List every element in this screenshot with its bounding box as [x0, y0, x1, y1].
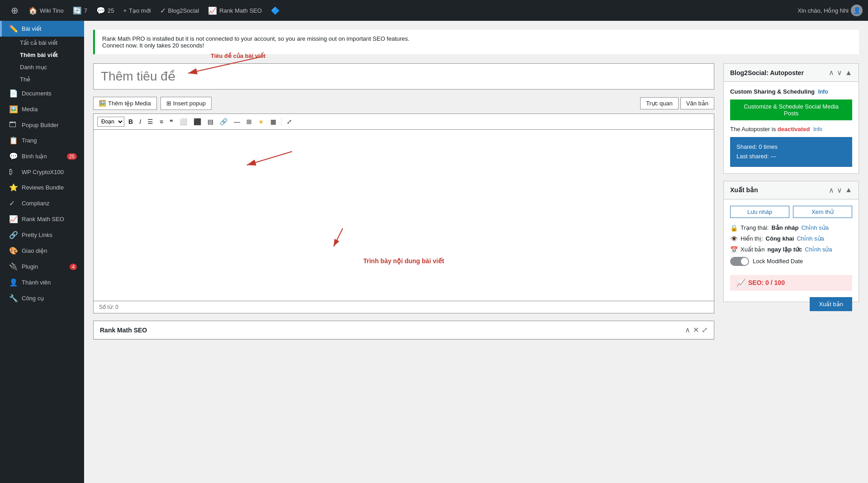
sidebar-item-complianz[interactable]: ✓ Complianz — [0, 195, 84, 211]
editor-toolbar-top: 🖼️ Thêm tệp Media ⊞ Insert popup Trực qu… — [93, 97, 714, 110]
publish-date-row: 📅 Xuất bản ngay lập tức Chỉnh sửa — [730, 246, 852, 253]
customize-schedule-button[interactable]: Customize & Schedule Social Media Posts — [730, 99, 852, 120]
save-draft-button[interactable]: Lưu nháp — [730, 206, 789, 218]
publish-close-button[interactable]: ▲ — [845, 186, 852, 194]
rank-math-panel: Rank Math SEO ∧ ✕ ⤢ — [93, 321, 714, 340]
toggle-switch-button[interactable] — [730, 257, 749, 266]
paragraph-select[interactable]: Đoạn — [97, 117, 124, 127]
publish-panel: Xuất bản ∧ ∨ ▲ Lưu nháp Xem thử 🔒 Trạng … — [723, 181, 859, 302]
content-arrow — [329, 228, 356, 256]
link-button[interactable]: 🔗 — [217, 117, 230, 127]
admin-bar-right: Xin chào, Hồng Nhi 👤 — [797, 5, 863, 16]
new-post-link[interactable]: + Tạo mới — [118, 0, 155, 21]
sidebar-item-cong-cu[interactable]: 🔧 Công cụ — [0, 290, 84, 306]
rank-math-controls: ∧ ✕ ⤢ — [685, 326, 708, 334]
table-button[interactable]: ⊞ — [244, 117, 254, 127]
site-name-link[interactable]: 🏠 Wiki Tino — [24, 0, 68, 21]
media-icon: 🖼️ — [9, 105, 18, 114]
editor-body[interactable]: Trình bày nội dung bài viết — [93, 129, 714, 301]
rankmath-bar-link[interactable]: 📈 Rank Math SEO — [203, 0, 266, 21]
sidebar-item-binh-luan[interactable]: 💬 Bình luận 25 — [0, 148, 84, 164]
ordered-list-button[interactable]: ≡ — [157, 117, 165, 127]
status-edit-link[interactable]: Chỉnh sửa — [801, 224, 828, 231]
align-right-button[interactable]: ▤ — [205, 117, 216, 127]
sidebar-item-giao-dien[interactable]: 🎨 Giao diện — [0, 243, 84, 259]
tools-icon: 🔧 — [9, 294, 18, 303]
sidebar-sub-tag[interactable]: Thẻ — [0, 73, 84, 85]
sidebar-item-popup-builder[interactable]: 🗔 Popup Builder — [0, 117, 84, 133]
custom-sharing-info-link[interactable]: Info — [818, 89, 828, 95]
sidebar-item-trang[interactable]: 📋 Trang — [0, 133, 84, 148]
publish-visibility-row: 👁️ Hiển thị: Công khai Chỉnh sửa — [730, 235, 852, 242]
visibility-edit-link[interactable]: Chỉnh sửa — [797, 235, 824, 242]
rank-math-close-button[interactable]: ✕ — [693, 326, 699, 334]
insert-popup-button[interactable]: ⊞ Insert popup — [160, 97, 212, 110]
star-button[interactable]: ★ — [256, 117, 266, 127]
blog2social-link[interactable]: ✓ Blog2Social — [156, 0, 204, 21]
align-left-button[interactable]: ⬜ — [177, 117, 189, 127]
sidebar-item-thanh-vien[interactable]: 👤 Thành viên — [0, 275, 84, 290]
publish-collapse-up-button[interactable]: ∧ — [829, 186, 834, 194]
blog2social-close-button[interactable]: ▲ — [845, 69, 852, 77]
add-media-icon: 🖼️ — [99, 100, 106, 107]
complianz-icon: ✓ — [9, 199, 18, 208]
blog2social-panel-body: Custom Sharing & Scheduling Info Customi… — [724, 82, 859, 173]
visual-view-button[interactable]: Trực quan — [640, 97, 679, 109]
title-input-wrap[interactable] — [93, 63, 714, 90]
wp-layout: ✏️ Bài viết Tất cả bài viết Thêm bài viế… — [0, 21, 868, 483]
add-media-button[interactable]: 🖼️ Thêm tệp Media — [93, 97, 157, 110]
custom-sharing-title: Custom Sharing & Scheduling Info — [730, 88, 852, 95]
sidebar-item-pretty-links[interactable]: 🔗 Pretty Links — [0, 227, 84, 243]
fullscreen-button[interactable]: ⤢ — [284, 117, 294, 127]
svg-line-4 — [334, 228, 343, 246]
blog2social-collapse-up-button[interactable]: ∧ — [829, 68, 834, 77]
updates-link[interactable]: 🔄 7 — [68, 0, 92, 21]
text-view-button[interactable]: Văn bản — [680, 97, 714, 109]
admin-bar: ⊕ 🏠 Wiki Tino 🔄 7 💬 25 + Tạo mới ✓ Blog2… — [0, 0, 868, 21]
sidebar-sub-add-post[interactable]: Thêm bài viết — [0, 49, 84, 61]
sidebar-sub-all-posts[interactable]: Tất cả bài viết — [0, 37, 84, 49]
sidebar-item-bai-viet[interactable]: ✏️ Bài viết — [0, 21, 84, 37]
publish-button[interactable]: Xuất bản — [810, 297, 852, 311]
sidebar-item-media[interactable]: 🖼️ Media — [0, 101, 84, 117]
diamond-link[interactable]: 🔷 — [266, 0, 284, 21]
lock-modified-date-toggle[interactable]: Lock Modified Date — [730, 257, 803, 266]
wp-logo[interactable]: ⊕ — [5, 5, 24, 16]
publish-date-edit-link[interactable]: Chỉnh sửa — [805, 246, 832, 253]
more-options-button[interactable]: ▦ — [268, 117, 278, 127]
bold-button[interactable]: B — [126, 117, 135, 127]
toolbar-divider — [281, 118, 282, 126]
rankmath-bar-icon: 📈 — [208, 6, 217, 15]
comments-link[interactable]: 💬 25 — [92, 0, 118, 21]
annotation-content-label: Trình bày nội dung bài viết — [363, 257, 444, 265]
blog2social-panel-header: Blog2Social: Autoposter ∧ ∨ ▲ — [724, 64, 859, 82]
rank-math-expand-button[interactable]: ⤢ — [702, 326, 708, 334]
status-value: Bản nháp — [771, 224, 798, 231]
publish-collapse-down-button[interactable]: ∨ — [837, 186, 842, 194]
seo-score-text: SEO: 0 / 100 — [748, 279, 785, 286]
sidebar-item-rank-math-seo[interactable]: 📈 Rank Math SEO — [0, 211, 84, 227]
align-center-button[interactable]: ⬛ — [191, 117, 203, 127]
autoposter-status: The Autoposter is deactivated Info — [730, 126, 852, 133]
shared-info-box: Shared: 0 times Last shared: --- — [730, 137, 852, 167]
rank-math-collapse-button[interactable]: ∧ — [685, 326, 690, 334]
blockquote-button[interactable]: ❝ — [167, 117, 175, 127]
italic-button[interactable]: I — [137, 117, 143, 127]
unordered-list-button[interactable]: ☰ — [145, 117, 156, 127]
main-content: Rank Math PRO is installed but it is not… — [84, 21, 868, 483]
users-icon: 👤 — [9, 278, 18, 287]
preview-button[interactable]: Xem thử — [793, 206, 852, 218]
sidebar-item-documents[interactable]: 📄 Documents — [0, 85, 84, 101]
updates-icon: 🔄 — [73, 6, 82, 15]
blog2social-collapse-down-button[interactable]: ∨ — [837, 68, 842, 77]
appearance-icon: 🎨 — [9, 246, 18, 255]
post-title-input[interactable] — [101, 69, 707, 84]
horizontal-rule-button[interactable]: — — [231, 117, 242, 127]
user-avatar[interactable]: 👤 — [851, 5, 863, 16]
notice-bar: Rank Math PRO is installed but it is not… — [93, 30, 859, 54]
autoposter-info-link[interactable]: Info — [813, 126, 822, 133]
sidebar-item-reviews-bundle[interactable]: ⭐ Reviews Bundle — [0, 180, 84, 195]
sidebar-sub-category[interactable]: Danh mục — [0, 61, 84, 73]
sidebar-item-wp-cryptox100[interactable]: ₿ WP CryptoX100 — [0, 164, 84, 180]
sidebar-item-plugin[interactable]: 🔌 Plugin 4 — [0, 259, 84, 275]
